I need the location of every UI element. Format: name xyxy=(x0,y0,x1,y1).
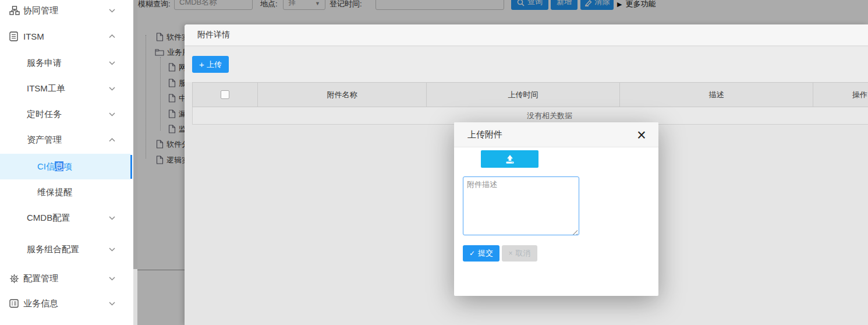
chevron-down-icon xyxy=(109,216,115,220)
sidebar-item-collaboration[interactable]: 协同管理 xyxy=(0,0,130,23)
table-header-checkbox-cell xyxy=(193,83,258,107)
submit-button-label: 提交 xyxy=(478,248,493,259)
close-icon[interactable]: × xyxy=(633,125,650,145)
sidebar-item-scheduled-tasks[interactable]: 定时任务 xyxy=(0,101,130,127)
cancel-button-label: 取消 xyxy=(516,248,531,259)
cancel-button[interactable]: × 取消 xyxy=(502,245,537,262)
modal-title: 上传附件 xyxy=(467,129,502,140)
sidebar-item-label: CI信息项 xyxy=(37,161,72,172)
sidebar-item-label: 配置管理 xyxy=(23,273,58,284)
upload-button[interactable]: + 上传 xyxy=(192,56,229,73)
upload-attachment-modal: 上传附件 × ✓ 提交 × 取消 xyxy=(454,122,658,296)
panel-header: 附件详情 xyxy=(185,24,868,46)
chevron-up-icon xyxy=(109,34,115,38)
sidebar-item-itsm-ticket[interactable]: ITSM工单 xyxy=(0,76,130,101)
chevron-down-icon xyxy=(109,61,115,65)
sidebar-item-service-combo-config[interactable]: 服务组合配置 xyxy=(0,236,130,262)
gear-icon xyxy=(9,274,21,284)
sidebar-item-label: 定时任务 xyxy=(27,109,62,120)
chevron-down-icon xyxy=(109,277,115,281)
document-list-icon xyxy=(9,31,21,41)
sidebar: 协同管理 ITSM 服务申请 ITSM工单 定时任务 资产管理 CI信息项 xyxy=(0,0,137,325)
chevron-up-icon xyxy=(109,138,115,142)
chevron-down-icon xyxy=(109,248,115,252)
table-header-row: 附件名称 上传时间 描述 操作 xyxy=(192,82,868,107)
empty-data-text: 没有相关数据 xyxy=(527,111,572,121)
table-header-description: 描述 xyxy=(620,83,813,107)
upload-button-label: 上传 xyxy=(207,59,222,70)
sitemap-icon xyxy=(9,6,21,15)
sidebar-item-label: 资产管理 xyxy=(27,135,62,146)
chevron-down-icon xyxy=(109,112,115,116)
file-upload-button[interactable] xyxy=(481,150,538,168)
attachments-table: 附件名称 上传时间 描述 操作 没有相关数据 xyxy=(192,82,868,125)
chevron-down-icon xyxy=(109,302,115,306)
plus-icon: + xyxy=(199,60,204,69)
check-icon: ✓ xyxy=(469,249,475,257)
sidebar-item-cmdb-config[interactable]: CMDB配置 xyxy=(0,205,130,231)
panel-title: 附件详情 xyxy=(197,30,230,40)
sidebar-item-label: CMDB配置 xyxy=(27,213,70,224)
sidebar-item-label: 服务组合配置 xyxy=(27,244,79,255)
modal-header: 上传附件 xyxy=(454,122,658,147)
table-header-upload-time: 上传时间 xyxy=(427,83,619,107)
table-header-action: 操作 xyxy=(813,83,868,107)
panel-toolbar: + 上传 xyxy=(185,47,868,82)
cross-icon: × xyxy=(508,249,512,257)
sidebar-item-asset-management[interactable]: 资产管理 xyxy=(0,127,130,153)
upload-icon xyxy=(504,154,516,164)
sidebar-item-config-management[interactable]: 配置管理 xyxy=(0,266,130,291)
select-all-checkbox[interactable] xyxy=(221,90,229,99)
sidebar-item-ci-info[interactable]: CI信息项 xyxy=(0,154,130,179)
sidebar-item-label: 维保提醒 xyxy=(37,187,72,198)
sidebar-item-business-info[interactable]: 业务信息 xyxy=(0,291,130,316)
text-selection: 息 xyxy=(55,161,63,171)
sidebar-item-label: 服务申请 xyxy=(27,58,62,69)
table-header-name: 附件名称 xyxy=(258,83,427,107)
chevron-down-icon xyxy=(109,9,115,13)
form-icon xyxy=(9,299,21,308)
active-item-indicator xyxy=(130,155,132,179)
sidebar-item-label: ITSM xyxy=(23,31,44,41)
chevron-down-icon xyxy=(109,87,115,91)
sidebar-item-label: ITSM工单 xyxy=(27,83,65,94)
attachment-description-textarea[interactable] xyxy=(463,176,579,235)
submit-button[interactable]: ✓ 提交 xyxy=(463,245,499,262)
sidebar-item-maintenance-reminder[interactable]: 维保提醒 xyxy=(0,179,130,205)
sidebar-item-itsm[interactable]: ITSM xyxy=(0,23,130,49)
sidebar-item-label: 协同管理 xyxy=(23,5,58,16)
sidebar-item-label: 业务信息 xyxy=(23,298,58,309)
sidebar-scrollbar-thumb[interactable] xyxy=(133,0,137,269)
app: 模糊查询: CMDB名称 地点: 请选择 ▼ 登记时间: 查询 新增 清除 ▶ … xyxy=(0,0,868,325)
sidebar-item-service-request[interactable]: 服务申请 xyxy=(0,50,130,76)
